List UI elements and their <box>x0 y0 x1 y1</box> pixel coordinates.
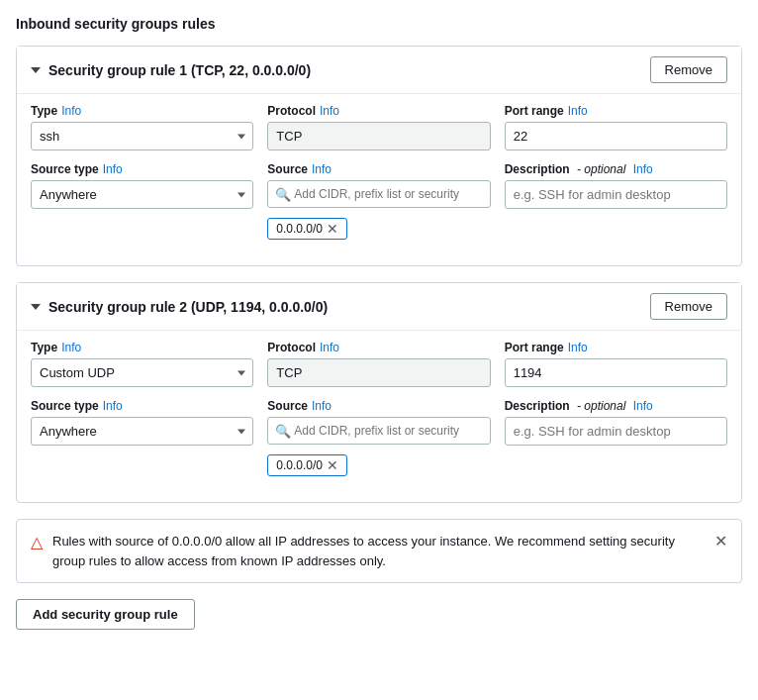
warning-text: Rules with source of 0.0.0.0/0 allow all… <box>52 532 705 570</box>
fields-row-1-rule-2: Type Info sshCustom TCPCustom UDPHTTPHTT… <box>31 341 727 387</box>
source-field-group-1: Source Info 🔍 0.0.0.0/0 ✕ <box>267 162 490 240</box>
protocol-label-2: Protocol Info <box>267 341 490 354</box>
source-label-1: Source Info <box>267 162 490 176</box>
source-type-field-group-1: Source type Info AnywhereCustomMy IPAnyw… <box>31 162 253 240</box>
type-select-wrapper-1: sshCustom TCPCustom UDPHTTPHTTPSAll traf… <box>31 122 253 150</box>
port-info-link-1[interactable]: Info <box>568 104 588 118</box>
source-input-wrapper-2: 🔍 <box>267 417 490 445</box>
rule-block-1: Security group rule 1 (TCP, 22, 0.0.0.0/… <box>16 46 742 266</box>
protocol-field-group-1: Protocol Info <box>267 104 490 150</box>
warning-close-button[interactable]: ✕ <box>714 532 727 550</box>
search-icon-2: 🔍 <box>275 424 291 439</box>
source-info-link-1[interactable]: Info <box>312 162 332 176</box>
fields-row-2-rule-2: Source type Info AnywhereCustomMy IPAnyw… <box>31 399 727 476</box>
protocol-field-group-2: Protocol Info <box>267 341 490 387</box>
desc-input-2[interactable] <box>505 417 727 446</box>
port-label-1: Port range Info <box>505 104 727 118</box>
remove-rule-button-2[interactable]: Remove <box>650 293 727 320</box>
source-type-select-wrapper-2: AnywhereCustomMy IPAnywhere IPv6 <box>31 417 253 446</box>
source-type-select-1[interactable]: AnywhereCustomMy IPAnywhere IPv6 <box>31 180 253 209</box>
port-info-link-2[interactable]: Info <box>568 341 588 354</box>
source-type-select-wrapper-1: AnywhereCustomMy IPAnywhere IPv6 <box>31 180 253 209</box>
remove-rule-button-1[interactable]: Remove <box>650 56 727 83</box>
type-info-link-1[interactable]: Info <box>61 104 81 118</box>
rule-fields-2: Type Info sshCustom TCPCustom UDPHTTPHTT… <box>17 330 741 502</box>
warning-icon: △ <box>31 533 43 551</box>
port-input-1[interactable] <box>505 122 727 150</box>
rule-header-1: Security group rule 1 (TCP, 22, 0.0.0.0/… <box>17 47 741 93</box>
type-label-1: Type Info <box>31 104 253 118</box>
source-type-info-link-1[interactable]: Info <box>103 162 123 176</box>
source-type-info-link-2[interactable]: Info <box>103 399 123 413</box>
cidr-tag-value-1: 0.0.0.0/0 <box>276 222 323 236</box>
cidr-tag-value-2: 0.0.0.0/0 <box>276 458 323 472</box>
tag-area-2: 0.0.0.0/0 ✕ <box>267 454 490 476</box>
rule-title-1: Security group rule 1 (TCP, 22, 0.0.0.0/… <box>48 62 311 78</box>
fields-row-1-rule-1: Type Info sshCustom TCPCustom UDPHTTPHTT… <box>31 104 727 150</box>
rule-header-left-1: Security group rule 1 (TCP, 22, 0.0.0.0/… <box>31 62 311 78</box>
type-field-group-2: Type Info sshCustom TCPCustom UDPHTTPHTT… <box>31 341 253 387</box>
desc-label-1: Description - optional Info <box>505 162 727 176</box>
cidr-tag-2: 0.0.0.0/0 ✕ <box>267 454 347 476</box>
port-label-2: Port range Info <box>505 341 727 354</box>
protocol-input-1 <box>267 122 490 150</box>
source-info-link-2[interactable]: Info <box>312 399 332 413</box>
desc-field-group-1: Description - optional Info <box>505 162 727 240</box>
rule-block-2: Security group rule 2 (UDP, 1194, 0.0.0.… <box>16 282 742 503</box>
source-type-field-group-2: Source type Info AnywhereCustomMy IPAnyw… <box>31 399 253 476</box>
protocol-info-link-2[interactable]: Info <box>320 341 339 354</box>
protocol-input-2 <box>267 358 490 387</box>
port-field-group-2: Port range Info <box>505 341 727 387</box>
desc-field-group-2: Description - optional Info <box>505 399 727 476</box>
rule-fields-1: Type Info sshCustom TCPCustom UDPHTTPHTT… <box>17 93 741 265</box>
type-select-1[interactable]: sshCustom TCPCustom UDPHTTPHTTPSAll traf… <box>31 122 253 150</box>
desc-info-link-2[interactable]: Info <box>629 399 652 413</box>
protocol-label-1: Protocol Info <box>267 104 490 118</box>
source-label-2: Source Info <box>267 399 490 413</box>
fields-row-2-rule-1: Source type Info AnywhereCustomMy IPAnyw… <box>31 162 727 240</box>
protocol-info-link-1[interactable]: Info <box>320 104 339 118</box>
rules-container: Security group rule 1 (TCP, 22, 0.0.0.0/… <box>16 46 742 503</box>
port-field-group-1: Port range Info <box>505 104 727 150</box>
source-type-select-2[interactable]: AnywhereCustomMy IPAnywhere IPv6 <box>31 417 253 446</box>
collapse-chevron-1[interactable] <box>31 67 41 73</box>
add-security-group-rule-button[interactable]: Add security group rule <box>16 599 195 630</box>
desc-input-1[interactable] <box>505 180 727 209</box>
source-type-label-1: Source type Info <box>31 162 253 176</box>
type-select-2[interactable]: sshCustom TCPCustom UDPHTTPHTTPSAll traf… <box>31 358 253 387</box>
rule-title-2: Security group rule 2 (UDP, 1194, 0.0.0.… <box>48 299 328 315</box>
type-label-2: Type Info <box>31 341 253 354</box>
tag-area-1: 0.0.0.0/0 ✕ <box>267 218 490 240</box>
rule-header-left-2: Security group rule 2 (UDP, 1194, 0.0.0.… <box>31 299 328 315</box>
type-info-link-2[interactable]: Info <box>61 341 81 354</box>
source-field-group-2: Source Info 🔍 0.0.0.0/0 ✕ <box>267 399 490 476</box>
cidr-tag-remove-1[interactable]: ✕ <box>327 222 338 236</box>
source-input-wrapper-1: 🔍 <box>267 180 490 208</box>
search-icon-1: 🔍 <box>275 187 291 202</box>
source-type-label-2: Source type Info <box>31 399 253 413</box>
page-title: Inbound security groups rules <box>16 16 742 32</box>
source-input-1[interactable] <box>267 180 490 208</box>
desc-info-link-1[interactable]: Info <box>629 162 652 176</box>
rule-header-2: Security group rule 2 (UDP, 1194, 0.0.0.… <box>17 283 741 330</box>
type-select-wrapper-2: sshCustom TCPCustom UDPHTTPHTTPSAll traf… <box>31 358 253 387</box>
type-field-group-1: Type Info sshCustom TCPCustom UDPHTTPHTT… <box>31 104 253 150</box>
collapse-chevron-2[interactable] <box>31 304 41 310</box>
warning-box: △ Rules with source of 0.0.0.0/0 allow a… <box>16 519 742 583</box>
source-input-2[interactable] <box>267 417 490 445</box>
cidr-tag-remove-2[interactable]: ✕ <box>327 458 338 472</box>
desc-label-2: Description - optional Info <box>505 399 727 413</box>
port-input-2[interactable] <box>505 358 727 387</box>
cidr-tag-1: 0.0.0.0/0 ✕ <box>267 218 347 240</box>
